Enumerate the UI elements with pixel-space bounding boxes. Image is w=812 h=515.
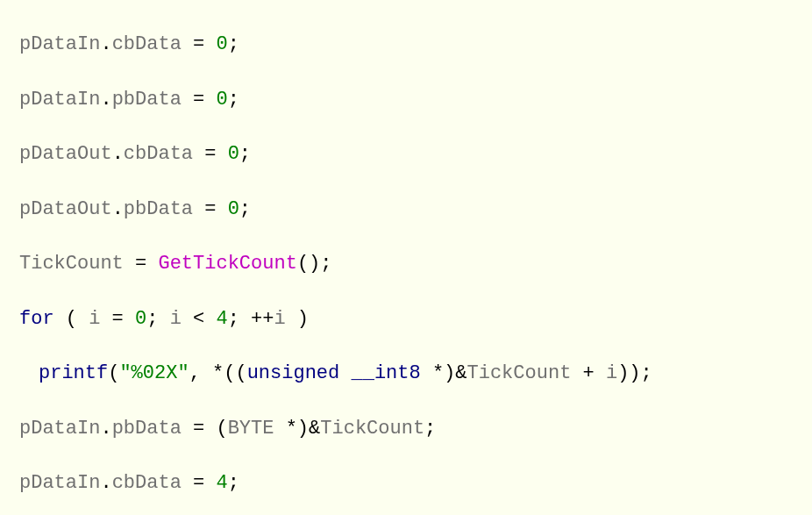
op: = xyxy=(182,89,217,111)
var: pDataIn xyxy=(19,89,100,111)
var: TickCount xyxy=(467,362,572,384)
member: cbData xyxy=(112,33,182,55)
type: BYTE xyxy=(228,418,274,440)
punct: ; xyxy=(424,418,436,440)
code-line: pDataOut.pbData = 0; xyxy=(0,196,812,223)
op: = xyxy=(193,143,228,165)
string: "%02X" xyxy=(119,362,189,384)
punct: (); xyxy=(297,253,332,275)
number: 0 xyxy=(228,198,239,220)
var: pDataOut xyxy=(19,143,112,165)
number: 0 xyxy=(216,89,227,111)
op: = xyxy=(193,198,228,220)
var: i xyxy=(274,308,285,330)
code-block: pDataIn.cbData = 0; pDataIn.pbData = 0; … xyxy=(0,0,812,515)
code-line: pDataIn.cbData = 4; xyxy=(0,469,812,497)
punct: ) xyxy=(286,308,309,330)
code-line: printf("%02X", *((unsigned __int8 *)&Tic… xyxy=(0,360,812,387)
code-line: pDataIn.pbData = (BYTE *)&TickCount; xyxy=(0,415,812,442)
op: = xyxy=(100,308,135,330)
punct: . xyxy=(100,33,111,55)
punct: ; xyxy=(239,198,251,220)
var: TickCount xyxy=(19,253,124,275)
member: cbData xyxy=(124,143,193,165)
var: TickCount xyxy=(320,418,424,440)
var: i xyxy=(170,308,182,330)
punct: ( xyxy=(54,308,89,330)
punct: )); xyxy=(617,362,652,384)
number: 0 xyxy=(135,308,146,330)
punct: ( xyxy=(108,362,119,384)
function-call: printf xyxy=(39,362,108,384)
op: = ( xyxy=(182,418,228,440)
punct: ; xyxy=(146,308,169,330)
punct: *)& xyxy=(274,418,320,440)
punct: ; xyxy=(228,89,239,111)
code-line: pDataIn.cbData = 0; xyxy=(0,31,812,58)
code-line: pDataOut.cbData = 0; xyxy=(0,140,812,168)
code-line: pDataIn.pbData = 0; xyxy=(0,86,812,113)
type: unsigned __int8 xyxy=(247,362,421,384)
var: pDataIn xyxy=(19,33,100,55)
member: pbData xyxy=(124,198,193,220)
member: pbData xyxy=(112,89,182,111)
punct: ; xyxy=(239,143,251,165)
code-line: for ( i = 0; i < 4; ++i ) xyxy=(0,305,812,333)
var: pDataIn xyxy=(19,472,100,494)
number: 0 xyxy=(228,143,239,165)
member: pbData xyxy=(112,418,182,440)
number: 4 xyxy=(216,308,227,330)
punct: . xyxy=(112,198,124,220)
number: 0 xyxy=(216,33,227,55)
op: = xyxy=(182,472,217,494)
var: pDataOut xyxy=(19,198,112,220)
function-call: GetTickCount xyxy=(158,253,296,275)
op: = xyxy=(182,33,217,55)
op: + xyxy=(571,362,606,384)
punct: ; xyxy=(228,33,239,55)
code-line: TickCount = GetTickCount(); xyxy=(0,250,812,277)
op: < xyxy=(182,308,217,330)
punct: . xyxy=(100,418,111,440)
var: i xyxy=(89,308,100,330)
punct: *)& xyxy=(421,362,467,384)
punct: ; xyxy=(228,472,239,494)
number: 4 xyxy=(216,472,227,494)
op: = xyxy=(124,253,159,275)
op: ; ++ xyxy=(228,308,274,330)
var: pDataIn xyxy=(19,418,100,440)
keyword: for xyxy=(19,308,54,330)
member: cbData xyxy=(112,472,182,494)
punct: . xyxy=(100,472,111,494)
var: i xyxy=(606,362,617,384)
punct: . xyxy=(112,143,124,165)
punct: . xyxy=(100,89,111,111)
punct: , *(( xyxy=(189,362,247,384)
